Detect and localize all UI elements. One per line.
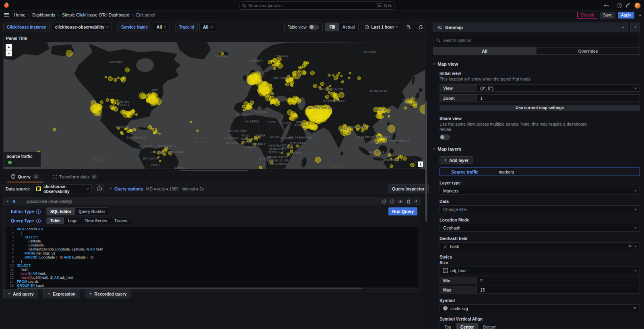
eye-icon[interactable] (398, 200, 403, 203)
recorded-query-button[interactable]: +Recorded query (85, 290, 131, 298)
breadcrumb-dashboard-name[interactable]: Simple ClickHouse OTel Dashboard (62, 12, 129, 17)
valign-center[interactable]: Center (456, 323, 479, 329)
options-search[interactable] (433, 36, 640, 44)
traffic-marker[interactable] (139, 93, 146, 99)
sql-line[interactable]: 13 round(log10(heat), 2) AS adj_heat (6, 275, 419, 279)
tab-transform-data[interactable]: Transform data 0 (51, 174, 99, 182)
traffic-marker[interactable] (133, 128, 136, 131)
traffic-marker[interactable] (388, 125, 395, 132)
sql-line[interactable]: 3 SELECT (6, 235, 419, 239)
sql-line[interactable]: 10SELECT (6, 263, 419, 267)
options-search-input[interactable] (443, 38, 637, 43)
sql-line[interactable]: 11 hash, (6, 267, 419, 271)
view-select[interactable]: (0°, 0°) (477, 84, 640, 92)
traffic-marker[interactable] (329, 85, 331, 87)
query-options-chevron[interactable] (109, 187, 111, 190)
traffic-marker[interactable] (390, 158, 392, 160)
traffic-marker[interactable] (111, 101, 113, 103)
traffic-marker[interactable] (398, 155, 401, 158)
clickhouse-instance-select[interactable]: clickhouse-observability (52, 23, 112, 31)
traffic-marker[interactable] (285, 83, 289, 86)
traffic-marker[interactable] (254, 143, 256, 145)
sql-line[interactable]: 15GROUP BY hash (6, 283, 419, 288)
traffic-marker[interactable] (326, 89, 328, 91)
traffic-marker[interactable] (316, 119, 320, 124)
traffic-marker[interactable] (339, 72, 341, 74)
drag-handle-icon[interactable] (414, 199, 417, 203)
traffic-marker[interactable] (108, 77, 112, 81)
traffic-marker[interactable] (254, 136, 257, 139)
traffic-marker[interactable] (303, 62, 308, 66)
traffic-marker[interactable] (300, 66, 303, 69)
traffic-marker[interactable] (330, 89, 332, 90)
collapse-query-icon[interactable] (6, 200, 9, 202)
traffic-marker[interactable] (328, 74, 330, 77)
traffic-marker[interactable] (339, 92, 344, 97)
traffic-marker[interactable] (273, 58, 277, 62)
query-type-traces[interactable]: Traces (111, 217, 131, 224)
traffic-marker[interactable] (314, 124, 318, 127)
traffic-marker[interactable] (221, 52, 224, 56)
traffic-marker[interactable] (306, 108, 314, 116)
traffic-marker[interactable] (287, 146, 289, 148)
service-name-select[interactable]: All (153, 23, 169, 31)
traffic-marker[interactable] (374, 150, 381, 156)
traffic-marker[interactable] (277, 57, 281, 62)
traffic-marker[interactable] (122, 77, 124, 79)
query-builder-option[interactable]: Query Builder (75, 208, 109, 215)
section-map-view[interactable]: Map view (433, 62, 640, 66)
traffic-marker[interactable] (162, 150, 163, 152)
query-type-timeseries[interactable]: Time Series (81, 217, 111, 224)
sql-editor-option[interactable]: SQL Editor (47, 208, 75, 215)
traffic-marker[interactable] (286, 79, 289, 82)
clear-icon[interactable]: ✕ (633, 306, 636, 310)
traffic-marker[interactable] (380, 138, 384, 142)
traffic-marker[interactable] (153, 132, 155, 134)
table-view-toggle[interactable] (309, 25, 319, 30)
traffic-marker[interactable] (298, 99, 301, 102)
traffic-marker[interactable] (411, 163, 415, 167)
sql-line[interactable]: 5 Longitude, (6, 243, 419, 247)
query-row-header[interactable]: A (clickhouse-observability) (4, 197, 421, 205)
traffic-marker[interactable] (334, 76, 338, 80)
sql-code-editor[interactable]: 1WITH coords AS2 (3 SELECT4 Latitude,5 L… (6, 227, 419, 290)
datasource-help-button[interactable]: ? (95, 184, 104, 193)
traffic-marker[interactable] (332, 74, 334, 77)
geomap-canvas[interactable]: RUSSIACANADAICELANDNORWAYFINLANDUNITED S… (4, 42, 425, 169)
sql-line[interactable]: 2 ( (6, 231, 419, 235)
traffic-marker[interactable] (135, 114, 137, 116)
max-input[interactable] (480, 288, 636, 292)
traffic-marker[interactable] (66, 50, 72, 56)
traffic-marker[interactable] (247, 103, 252, 108)
traffic-marker[interactable] (93, 107, 101, 116)
help-icon[interactable]: ? (617, 3, 622, 8)
sql-line[interactable]: 6 geohashEncode(Longitude, Latitude, 4) … (6, 247, 419, 251)
traffic-marker[interactable] (290, 150, 293, 153)
traffic-marker[interactable] (388, 115, 390, 117)
traffic-marker[interactable] (383, 110, 385, 112)
news-rss-icon[interactable] (625, 3, 631, 8)
traffic-marker[interactable] (289, 117, 291, 120)
traffic-marker[interactable] (287, 153, 290, 156)
sql-line[interactable]: 12 count() AS heat, (6, 271, 419, 275)
traffic-marker[interactable] (159, 160, 161, 162)
traffic-marker[interactable] (157, 151, 161, 155)
traffic-marker[interactable] (380, 108, 383, 111)
min-input[interactable] (480, 278, 636, 283)
traffic-marker[interactable] (105, 76, 107, 78)
expression-button[interactable]: +Expression (43, 290, 80, 298)
traffic-marker[interactable] (115, 102, 116, 104)
map-zoom-out-button[interactable]: − (6, 50, 12, 56)
traffic-marker[interactable] (148, 125, 151, 128)
traffic-marker[interactable] (349, 72, 351, 74)
traffic-marker[interactable] (151, 128, 154, 131)
traffic-marker[interactable] (53, 128, 56, 131)
query-type-table[interactable]: Table (47, 217, 64, 224)
zoom-out-time-button[interactable] (404, 23, 413, 31)
chart-icon[interactable] (382, 199, 386, 204)
traffic-marker[interactable] (388, 153, 390, 156)
viz-picker[interactable]: Geomap (433, 23, 628, 32)
query-type-logs[interactable]: Logs (64, 217, 81, 224)
search-input[interactable] (248, 3, 374, 8)
map-attribution-button[interactable]: i (418, 161, 423, 167)
